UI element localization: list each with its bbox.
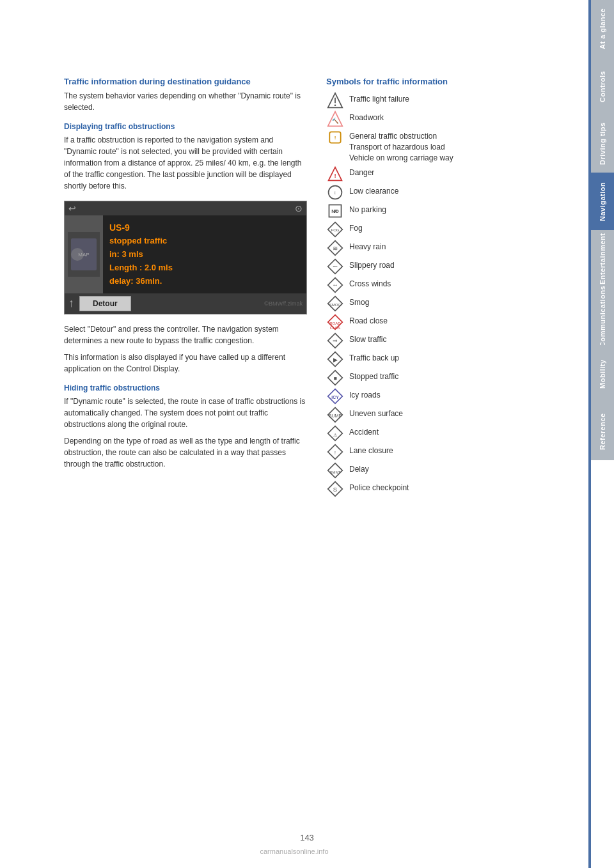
- symbol-row-smog: SMOGSmog: [326, 296, 544, 311]
- svg-text:ICY: ICY: [331, 396, 339, 400]
- svg-text:▶: ▶: [333, 357, 338, 364]
- lane-closure-icon: ↑: [326, 444, 344, 460]
- symbol-row-slippery-road: 〜Slippery road: [326, 259, 544, 274]
- symbol-row-low-clearance: ↕Low clearance: [326, 185, 544, 200]
- symbol-row-uneven-surface: BUMPUneven surface: [326, 407, 544, 422]
- icy-roads-label: Icy roads: [349, 389, 381, 401]
- screen-main: MAP US-9 stopped traffic in: 3 mls Lengt…: [65, 215, 306, 293]
- fog-label: Fog: [349, 222, 363, 234]
- roadwork-icon: 🔨: [326, 111, 344, 127]
- police-checkpoint-label: Police checkpoint: [349, 481, 409, 493]
- accident-label: Accident: [349, 426, 379, 438]
- traffic-back-up-label: Traffic back up: [349, 352, 399, 364]
- svg-text:ROADCLOS: ROADCLOS: [329, 322, 341, 330]
- svg-text:!: !: [335, 135, 336, 141]
- symbol-row-delay: SMNTDelay: [326, 463, 544, 478]
- screen-bottom: ↑ Detour ©BMW/f.zimak: [65, 293, 306, 314]
- section2-title: Displaying traffic obstructions: [64, 122, 307, 131]
- sidebar-tab-reference[interactable]: Reference: [591, 403, 614, 460]
- sidebar-tab-entertainment[interactable]: Entertainment: [591, 230, 614, 288]
- in-info: in: 3 mls: [109, 248, 300, 261]
- slippery-road-icon: 〜: [326, 259, 344, 274]
- page-number: 143: [300, 833, 314, 842]
- uneven-surface-label: Uneven surface: [349, 407, 403, 419]
- footer-logo-text: carmanualsonline.info: [260, 848, 328, 855]
- lane-closure-label: Lane closure: [349, 444, 393, 456]
- screen-map: MAP: [65, 215, 103, 293]
- symbol-row-slow-traffic: ⇒Slow traffic: [326, 333, 544, 348]
- fog-icon: FOG: [326, 222, 344, 237]
- svg-text:↑: ↑: [334, 450, 336, 456]
- cross-winds-label: Cross winds: [349, 277, 391, 290]
- symbol-row-icy-roads: ICYIcy roads: [326, 389, 544, 404]
- no-parking-icon: NO P: [326, 203, 344, 219]
- section3-body1: If "Dynamic route" is selected, the rout…: [64, 396, 307, 430]
- accident-icon: ⚠: [326, 426, 344, 441]
- delay-info: delay: 36min.: [109, 275, 300, 288]
- svg-text:SMNT: SMNT: [329, 471, 340, 475]
- icy-roads-icon: ICY: [326, 389, 344, 404]
- svg-text:≋: ≋: [333, 245, 338, 252]
- section1-title: Traffic information during destination g…: [64, 77, 307, 86]
- sidebar-tab-at-glance[interactable]: At a glance: [591, 0, 614, 58]
- sidebar-tab-navigation[interactable]: Navigation: [591, 173, 614, 230]
- svg-text:↕: ↕: [334, 190, 336, 196]
- after-screen1: Select "Detour" and press the controller…: [64, 323, 307, 346]
- svg-text:■: ■: [333, 376, 336, 382]
- sidebar-tab-controls[interactable]: Controls: [591, 58, 614, 115]
- svg-point-6: [335, 105, 336, 107]
- sidebar-tab-driving-tips[interactable]: Driving tips: [591, 115, 614, 173]
- sidebar-tab-mobility[interactable]: Mobility: [591, 345, 614, 403]
- symbol-row-danger: !Danger: [326, 166, 544, 182]
- menu-icon: ⊙: [295, 203, 303, 213]
- symbol-row-fog: FOGFog: [326, 222, 544, 237]
- section1-body1: The system behavior varies depending on …: [64, 90, 307, 113]
- smog-label: Smog: [349, 296, 369, 308]
- svg-text:SMOG: SMOG: [329, 304, 342, 307]
- symbol-row-stopped-traffic: ■Stopped traffic: [326, 370, 544, 385]
- right-column: Symbols for traffic information Traffic …: [326, 77, 544, 830]
- screen-info: US-9 stopped traffic in: 3 mls Length : …: [103, 215, 306, 293]
- back-icon: ↩: [68, 203, 76, 213]
- section2-body1: If a traffic obstruction is reported to …: [64, 134, 307, 192]
- svg-text:〜: 〜: [333, 265, 338, 270]
- slow-traffic-icon: ⇒: [326, 333, 344, 348]
- heavy-rain-label: Heavy rain: [349, 240, 386, 252]
- main-content: Traffic information during destination g…: [0, 0, 591, 868]
- danger-label: Danger: [349, 166, 374, 178]
- symbol-row-lane-closure: ↑Lane closure: [326, 444, 544, 460]
- route-name: US-9: [109, 221, 300, 235]
- symbol-row-traffic-back-up: ▶Traffic back up: [326, 352, 544, 367]
- left-column: Traffic information during destination g…: [64, 77, 307, 830]
- after-screen2: This information is also displayed if yo…: [64, 352, 307, 375]
- symbol-row-police-checkpoint: SPolice checkpoint: [326, 481, 544, 497]
- detour-button[interactable]: Detour: [79, 296, 131, 311]
- svg-text:⚠: ⚠: [333, 433, 337, 438]
- svg-text:BUMP: BUMP: [329, 414, 342, 419]
- traffic-back-up-icon: ▶: [326, 352, 344, 367]
- svg-text:FOG: FOG: [331, 229, 339, 233]
- low-clearance-label: Low clearance: [349, 185, 398, 197]
- sidebar-tab-communications[interactable]: Communications: [591, 288, 614, 345]
- svg-text:MAP: MAP: [78, 252, 89, 258]
- traffic-light-failure-label: Traffic light failure: [349, 93, 409, 105]
- stopped-traffic: stopped traffic: [109, 235, 300, 248]
- slow-traffic-label: Slow traffic: [349, 333, 386, 345]
- detour-arrow-icon: ↑: [68, 297, 74, 310]
- symbol-row-accident: ⚠Accident: [326, 426, 544, 441]
- general-obstruction-label: General traffic obstruction Transport of…: [349, 130, 453, 163]
- uneven-surface-icon: BUMP: [326, 407, 344, 422]
- svg-text:S: S: [333, 486, 337, 493]
- screen-box: ↩ ⊙ MAP US-9 stopped traffic: [64, 201, 307, 314]
- police-checkpoint-icon: S: [326, 481, 344, 497]
- danger-icon: !: [326, 166, 344, 182]
- length-info: Length : 2.0 mls: [109, 261, 300, 275]
- svg-text:NO P: NO P: [331, 209, 339, 215]
- stopped-traffic-icon: ■: [326, 370, 344, 385]
- low-clearance-icon: ↕: [326, 185, 344, 200]
- delay-icon: SMNT: [326, 463, 344, 478]
- symbol-row-general-obstruction: !General traffic obstruction Transport o…: [326, 130, 544, 163]
- heavy-rain-icon: ≋: [326, 240, 344, 256]
- page-container: Traffic information during destination g…: [0, 0, 614, 868]
- symbols-container: Traffic light failure🔨Roadwork!General t…: [326, 93, 544, 497]
